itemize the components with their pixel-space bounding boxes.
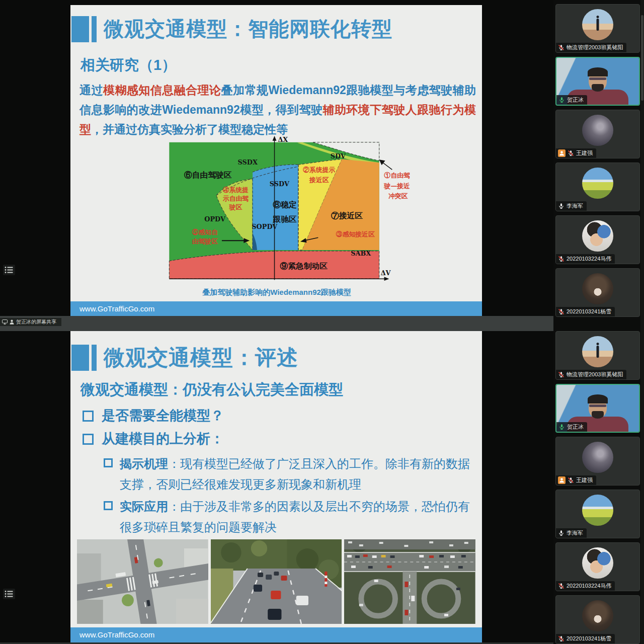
- sub-bullet-lead: 揭示机理: [120, 457, 168, 470]
- slide2-footer-url: www.GoTrafficGo.com: [70, 627, 482, 642]
- mic-muted-icon: [568, 477, 574, 484]
- photo-highway-traffic: [211, 539, 342, 624]
- participant-name-bar: 物流管理2003班奚铭阳: [556, 370, 626, 379]
- participant-tile-active-speaker[interactable]: 贺正冰: [555, 57, 640, 106]
- shared-screen-area: 微观交通模型：智能网联化转型 相关研究（1） 通过模糊感知信息融合理论叠加常规W…: [0, 0, 553, 644]
- title-decoration-square: [71, 345, 89, 371]
- zone2-label-l2: 接近区: [309, 176, 329, 184]
- paragraph-segment: 通过: [79, 84, 103, 97]
- title-decoration-square: [71, 16, 89, 42]
- title-decoration-bar: [92, 345, 97, 371]
- mic-on-icon: [558, 530, 565, 536]
- speaker-beard: [592, 84, 604, 92]
- participant-name: 王建强: [576, 476, 593, 484]
- sidebar-scrollbar-thumb[interactable]: [641, 15, 643, 101]
- participant-name: 李海军: [567, 529, 583, 537]
- silhouette-figure: [597, 19, 599, 31]
- bullet-item: 是否需要全能模型？: [83, 407, 224, 425]
- mic-muted-icon: [568, 150, 574, 156]
- slide1-paragraph: 通过模糊感知信息融合理论叠加常规Wiedemann92跟驰模型与考虑驾驶辅助信息…: [79, 80, 476, 139]
- participant-tile[interactable]: 王建强: [555, 110, 640, 158]
- participant-name: 李海军: [567, 202, 583, 210]
- avatar: [582, 9, 613, 40]
- paragraph-segment: ，并通过仿真实验分析了模型稳定性等: [91, 123, 288, 136]
- participant-name-bar: 李海军: [556, 528, 587, 538]
- screen-share-label: 贺正冰的屏幕共享: [16, 318, 56, 326]
- mic-live-icon: [558, 424, 565, 430]
- screen-seam-band: 贺正冰的屏幕共享: [0, 316, 553, 331]
- speaker-beard: [592, 411, 604, 419]
- slide-2: 微观交通模型：评述 微观交通模型：仍没有公认完美全面模型 是否需要全能模型？ 从…: [70, 331, 482, 642]
- sub-bullet-item: 揭示机理：现有模型已经做了广泛且深入的工作。除非有新的数据支撑，否则已经很难发现…: [104, 453, 471, 495]
- sub-bullet-item: 实际应用：由于涉及非常多的因素以及层出不穷的场景，恐怕仍有很多琐碎且繁复的问题要…: [104, 496, 471, 537]
- participant-name-bar: 20220103224马伟: [556, 581, 615, 591]
- axis-label-dx: ΔX: [278, 136, 288, 143]
- slide2-title-row: 微观交通模型：评述: [71, 344, 298, 372]
- bullet-square-icon: [83, 434, 94, 445]
- annotation-list-toggle[interactable]: [3, 589, 15, 599]
- speaker-glasses: [589, 77, 606, 80]
- participant-tile[interactable]: 20220103224马伟: [555, 542, 640, 591]
- bullet-square-icon: [83, 411, 94, 422]
- sidebar-scrollbar-track[interactable]: [640, 0, 644, 644]
- sub-bullet-text: ：由于涉及非常多的因素以及层出不穷的场景，恐怕仍有很多琐碎且繁复的问题要解决: [120, 500, 470, 534]
- slide1-title: 微观交通模型：智能网联化转型: [104, 15, 392, 43]
- photo-intersection-aerial: [77, 539, 208, 624]
- label-ssdx: SSDX: [238, 158, 258, 166]
- avatar: [582, 547, 613, 579]
- slide2-heading: 微观交通模型：仍没有公认完美全面模型: [80, 380, 343, 400]
- annotation-list-toggle[interactable]: [3, 265, 15, 275]
- photo-interchange-aerial: [344, 539, 475, 624]
- zone8-label-l2: 跟驰区: [273, 214, 297, 224]
- participant-tile[interactable]: 王建强: [555, 437, 640, 486]
- screen-share-icon: [2, 319, 8, 325]
- mic-muted-icon: [558, 635, 565, 642]
- participants-sidebar: 物流管理2003班奚铭阳 贺正冰 王建强 李海军: [553, 0, 644, 644]
- silhouette-figure: [597, 346, 599, 358]
- participant-tile[interactable]: 20220103224马伟: [555, 215, 640, 264]
- participant-name-bar: 李海军: [556, 201, 587, 211]
- slide1-footer-url: www.GoTrafficGo.com: [70, 301, 482, 316]
- zone1-label-l3: 冲突区: [388, 192, 408, 200]
- participant-name: 物流管理2003班奚铭阳: [567, 371, 623, 378]
- label-ssdv: SSDV: [270, 180, 290, 188]
- label-sdv: SDV: [331, 152, 346, 160]
- screen-share-indicator[interactable]: 贺正冰的屏幕共享: [0, 318, 61, 326]
- participant-tile[interactable]: 李海军: [555, 163, 640, 211]
- zone5-label-l2: 由驾驶区: [192, 237, 218, 245]
- bullet-text: 是否需要全能模型？: [102, 407, 224, 425]
- participant-tile[interactable]: 20220103241杨雪: [555, 268, 640, 317]
- participant-tile[interactable]: 李海军: [555, 490, 640, 538]
- mic-live-icon: [558, 97, 565, 103]
- avatar: [582, 600, 613, 631]
- participant-name: 20220103241杨雪: [567, 308, 611, 315]
- bullet-item: 从建模目的上分析：: [83, 430, 224, 448]
- wiedemann92-zone-diagram: ΔX ΔV SSDX SDV SSDV SOPDV OPDV SABX ⑥自由驾…: [168, 136, 419, 285]
- participant-tile[interactable]: 物流管理2003班奚铭阳: [555, 4, 640, 53]
- participant-tile[interactable]: 物流管理2003班奚铭阳: [555, 331, 640, 380]
- label-opdv: OPDV: [204, 215, 226, 223]
- participant-tile-active-speaker[interactable]: 贺正冰: [555, 384, 640, 433]
- avatar: [582, 168, 613, 199]
- bullet-square-icon: [104, 458, 113, 467]
- zone8-label-l1: ⑧稳定: [273, 200, 297, 209]
- bullet-square-icon: [104, 501, 113, 510]
- zone6-label: ⑥自由驾驶区: [184, 170, 232, 180]
- bullet-text: 从建模目的上分析：: [102, 430, 224, 448]
- axis-label-dv: ΔV: [381, 269, 391, 277]
- participant-name-bar: 贺正冰: [556, 422, 587, 432]
- participant-name: 贺正冰: [567, 96, 584, 104]
- mic-muted-icon: [558, 583, 565, 589]
- speaker-hair: [588, 394, 608, 404]
- participant-tile[interactable]: 20220103241杨雪: [555, 595, 640, 644]
- slide2-title: 微观交通模型：评述: [104, 344, 298, 372]
- zone4-label-l3: 驶区: [229, 203, 243, 211]
- mic-muted-icon: [558, 256, 565, 262]
- participant-name-bar: 20220103241杨雪: [556, 634, 615, 643]
- paragraph-segment: 模糊感知信息融合理论: [103, 84, 221, 97]
- avatar: [582, 336, 613, 367]
- mic-on-icon: [558, 203, 565, 209]
- zone1-label-l2: 驶—接近: [384, 182, 410, 190]
- label-sabx: SABX: [351, 250, 371, 257]
- zone5-label-l1: ⑤感知自: [192, 228, 218, 236]
